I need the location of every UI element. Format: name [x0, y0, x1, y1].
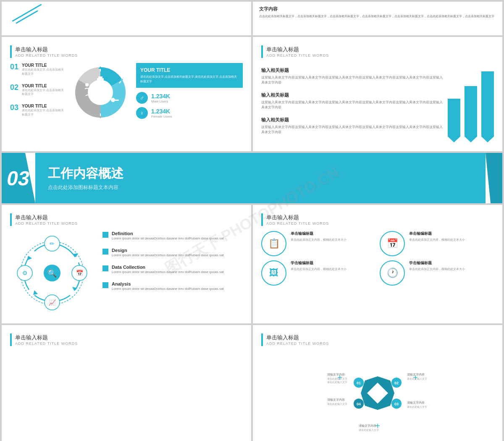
blue-bar-4: [261, 213, 263, 226]
svg-point-1: [88, 80, 113, 105]
svg-text:📅: 📅: [76, 270, 84, 277]
slide-title-cn: 单击输入标题: [15, 46, 78, 53]
section-2: 输入相关标题 这里输入具体文字内容这里输入具体文字内容这里输入具体文字内容这里输…: [261, 92, 444, 110]
pie-chart: [71, 63, 130, 122]
circle-icon-3: 🖼: [261, 260, 286, 286]
section-3: 输入相关标题 这里输入具体文字内容这里输入具体文字内容这里输入具体文字内容这里输…: [261, 117, 444, 135]
main-grid: 文字内容 点击此处添加相关标题文字，点击添加相关标题文字，点击添加相关标题文字，…: [0, 0, 504, 441]
legend-design: Design Lorem ipsum dolor sit dexaaOcirbu…: [102, 248, 243, 258]
slide-partial-tl: [2, 2, 251, 35]
partial-title: 文字内容: [259, 6, 496, 12]
section-items: 输入相关标题 这里输入具体文字内容这里输入具体文字内容这里输入具体文字内容这里输…: [261, 67, 444, 143]
item-3: 03 YOUR TITLE 请在此处添加文字,点击添加相关标题文字: [10, 104, 65, 117]
stats-box: YOUR TITLE 请在此处添加文字,点击添加相关标题文字,请在此处添加文字,…: [136, 63, 243, 122]
circle-icon-2: 📅: [380, 231, 405, 256]
slide-header-diamond: 单击输入标题 ADD RELATED TITLE WORDS: [261, 333, 494, 346]
legend-sq-4: [102, 282, 108, 288]
slide-diamond: 单击输入标题 ADD RELATED TITLE WORDS 01 02: [253, 325, 502, 441]
banner-main: 工作内容概述 点击此处添加图标标题文本内容: [35, 153, 486, 203]
cycle-content: ✏ 📅 📈 ⚙ 🔍 Definition: [10, 231, 243, 315]
svg-text:⚙: ⚙: [22, 270, 28, 276]
slide-title-en: ADD RELATED TITLE WORDS: [15, 53, 78, 58]
circles-title-cn: 单击输入标题: [266, 214, 329, 221]
svg-point-7: [111, 98, 115, 102]
circle-icon-4: 🕐: [380, 260, 405, 286]
slide-title-en-2: ADD RELATED TITLE WORDS: [266, 53, 329, 58]
svg-text:🔍: 🔍: [47, 269, 57, 278]
blue-bar-2: [261, 45, 263, 58]
item-2: 02 YOUR TITLE 请在此处添加文字,点击添加相关标题文字: [10, 84, 65, 97]
bl-title-cn: 单击输入标题: [15, 334, 78, 341]
svg-marker-17: [27, 256, 32, 260]
svg-text:请在此处输入文字: 请在此处输入文字: [327, 402, 347, 405]
slide-piechart: 单击输入标题 ADD RELATED TITLE WORDS 01 YOUR T…: [2, 37, 251, 151]
svg-text:02: 02: [394, 381, 399, 385]
banner-left-deco: 03: [2, 153, 35, 203]
svg-text:请在此处输入文字: 请在此处输入文字: [407, 405, 427, 408]
female-icon: ♀: [136, 107, 148, 119]
arrow-bar-3: 输入相关文字标题: [481, 57, 494, 136]
circle-item-3: 🖼 学击输编标题 单击此处添加正文内容，模糊此处文本大小: [261, 260, 375, 286]
svg-text:✏: ✏: [50, 240, 55, 247]
blue-bar-5: [10, 333, 12, 346]
blue-bar-3: [10, 213, 12, 226]
slide-header: 单击输入标题 ADD RELATED TITLE WORDS: [10, 45, 243, 58]
slide-3-content: 输入相关标题 这里输入具体文字内容这里输入具体文字内容这里输入具体文字内容这里输…: [261, 63, 494, 143]
legend-sq-3: [102, 265, 108, 271]
cycle-legend: Definition Lorem ipsum dolor sit dexaaOc…: [102, 231, 243, 298]
legend-datacollect: Data Collection Lorem ipsum dolor sit de…: [102, 265, 243, 275]
diamond-area: 01 02 03 04 + + + 清输文字内容 请在此处输入文字 请在此处输入…: [261, 351, 494, 435]
slide-cycle: 单击输入标题 ADD RELATED TITLE WORDS: [2, 205, 251, 323]
arrow-bar-1: 输入相关文字标题: [448, 57, 460, 136]
cycle-diagram: ✏ 📅 📈 ⚙ 🔍: [10, 231, 94, 315]
cycle-title-en: ADD RELATED TITLE WORDS: [15, 221, 78, 226]
svg-text:04: 04: [357, 402, 361, 406]
slide-banner: 03 工作内容概述 点击此处添加图标标题文本内容: [2, 153, 502, 203]
banner-subtitle: 点击此处添加图标标题文本内容: [48, 184, 473, 191]
circle-item-1: 📋 单击输编标题 单击此处添加正文内容，模糊此处文本大小: [261, 231, 375, 256]
svg-text:请在此处输入文字: 请在此处输入文字: [359, 428, 379, 431]
svg-text:📈: 📈: [49, 299, 56, 306]
slide-circles: 单击输入标题 ADD RELATED TITLE WORDS 📋 单击输编标题 …: [253, 205, 502, 323]
cycle-title-cn: 单击输入标题: [15, 214, 78, 221]
arrow-bar-2: 输入相关文字标题: [465, 57, 477, 136]
slide-partial-tr: 文字内容 点击此处添加相关标题文字，点击添加相关标题文字，点击添加相关标题文字，…: [253, 2, 502, 35]
diamond-title-cn: 单击输入标题: [266, 334, 329, 341]
svg-text:清输文字内容: 清输文字内容: [407, 401, 425, 404]
svg-text:请在此处输入文字: 请在此处输入文字: [327, 381, 347, 383]
circles-grid: 📋 单击输编标题 单击此处添加正文内容，模糊此处文本大小 📅 单击输编标题 单击…: [261, 231, 494, 286]
circles-title-en: ADD RELATED TITLE WORDS: [266, 221, 329, 226]
slide-header-cycle: 单击输入标题 ADD RELATED TITLE WORDS: [10, 213, 243, 226]
banner-title: 工作内容概述: [48, 165, 473, 182]
slide-header-bl: 单击输入标题 ADD RELATED TITLE WORDS: [10, 333, 243, 346]
legend-definition: Definition Lorem ipsum dolor sit dexaaOc…: [102, 231, 243, 241]
svg-rect-6: [98, 76, 102, 79]
banner-right-deco: [486, 153, 502, 203]
slide-bottom-left: 单击输入标题 ADD RELATED TITLE WORDS: [2, 325, 251, 441]
svg-text:清输文字内容: 清输文字内容: [359, 424, 376, 427]
arrow-chart: 输入相关文字标题 输入相关文字标题 输入相关文字标题: [448, 63, 494, 143]
svg-text:03: 03: [394, 402, 399, 406]
blue-bar-accent: [10, 45, 12, 58]
svg-marker-16: [33, 290, 38, 295]
items-list: 01 YOUR TITLE 请在此处添加文字,点击添加相关标题文字 02 YOU…: [10, 63, 65, 124]
slide-header-circles: 单击输入标题 ADD RELATED TITLE WORDS: [261, 213, 494, 226]
slide-title-cn-2: 单击输入标题: [266, 46, 329, 53]
svg-text:01: 01: [357, 381, 361, 385]
svg-point-9: [85, 83, 89, 87]
legend-sq-2: [102, 249, 108, 255]
blue-bar-6: [261, 333, 263, 346]
svg-rect-8: [115, 100, 119, 101]
partial-text: 点击此处添加相关标题文字，点击添加相关标题文字，点击添加相关标题文字，点击添加相…: [259, 14, 496, 19]
item-1: 01 YOUR TITLE 请在此处添加文字,点击添加相关标题文字: [10, 63, 65, 76]
diamond-svg: 01 02 03 04 + + + 清输文字内容 请在此处输入文字 请在此处输入…: [319, 351, 436, 435]
svg-text:请在此处输入文字: 请在此处输入文字: [327, 377, 347, 380]
slide-header-2: 单击输入标题 ADD RELATED TITLE WORDS: [261, 45, 494, 58]
circle-item-2: 📅 单击输编标题 单击此处添加正文内容，模糊此处文本大小: [380, 231, 494, 256]
stat-female: ♀ 1.234K Female Users: [136, 107, 243, 119]
stat-male: ♂ 1.234K Male Users: [136, 92, 243, 104]
svg-text:清输文字内容: 清输文字内容: [327, 373, 345, 376]
content-area: 01 YOUR TITLE 请在此处添加文字,点击添加相关标题文字 02 YOU…: [10, 63, 243, 124]
blue-info-box: YOUR TITLE 请在此处添加文字,点击添加相关标题文字,请在此处添加文字,…: [136, 63, 243, 88]
circle-icon-1: 📋: [261, 231, 286, 256]
